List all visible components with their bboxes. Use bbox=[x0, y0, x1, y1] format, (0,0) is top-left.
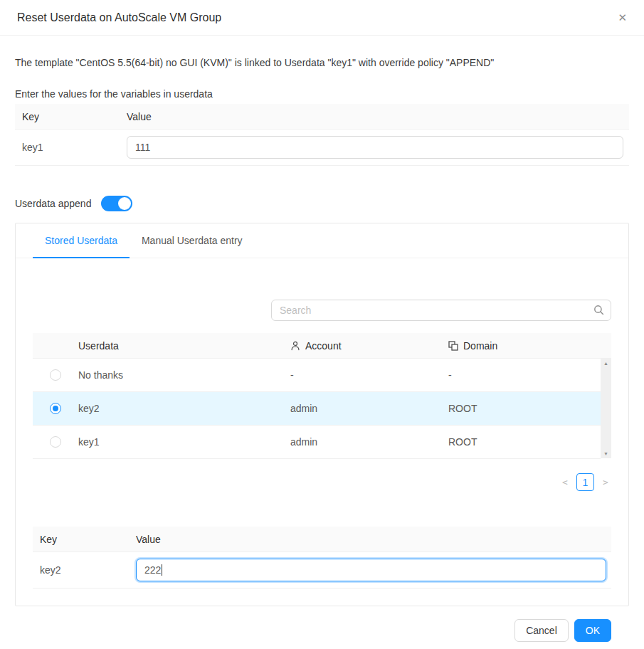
tab-stored-userdata[interactable]: Stored Userdata bbox=[33, 223, 130, 258]
variables-table-header: Key Value bbox=[15, 104, 629, 130]
value-column-header: Value bbox=[136, 534, 611, 545]
toggle-knob bbox=[118, 197, 131, 210]
scroll-down-icon[interactable]: ▼ bbox=[603, 451, 608, 456]
variable-value-input[interactable] bbox=[127, 136, 623, 159]
userdata-append-row: Userdata append bbox=[15, 196, 629, 211]
reset-userdata-modal: Reset Userdata on AutoScale VM Group ✕ T… bbox=[0, 0, 644, 649]
table-row: key2 222 bbox=[33, 552, 611, 589]
search-input[interactable] bbox=[271, 300, 611, 321]
stored-userdata-table-header: Userdata Account Domain bbox=[33, 333, 611, 359]
cancel-button[interactable]: Cancel bbox=[514, 619, 569, 642]
key-column-header: Key bbox=[15, 111, 127, 122]
template-link-info: The template "CentOS 5.5(64-bit) no GUI … bbox=[15, 57, 629, 68]
value-column-header: Value bbox=[127, 111, 629, 122]
stored-userdata-panel: Userdata Account Domain bbox=[16, 258, 628, 606]
table-row: key1 bbox=[15, 130, 629, 166]
account-column-header: Account bbox=[290, 340, 448, 352]
selected-userdata-kv-table: Key Value key2 222 bbox=[33, 527, 611, 589]
pagination-prev-icon[interactable]: < bbox=[559, 477, 571, 487]
modal-body: The template "CentOS 5.5(64-bit) no GUI … bbox=[0, 36, 644, 642]
table-row-key1[interactable]: key1 admin ROOT bbox=[33, 426, 601, 459]
kv-table-header: Key Value bbox=[33, 527, 611, 552]
scroll-up-icon[interactable]: ▲ bbox=[603, 361, 608, 366]
variables-section-label: Enter the values for the variables in us… bbox=[15, 88, 629, 100]
modal-title: Reset Userdata on AutoScale VM Group bbox=[17, 11, 221, 24]
stored-userdata-table: Userdata Account Domain bbox=[33, 333, 611, 459]
person-icon bbox=[290, 341, 300, 351]
userdata-append-label: Userdata append bbox=[15, 198, 91, 209]
userdata-column-header: Userdata bbox=[78, 340, 290, 352]
search-icon[interactable] bbox=[593, 305, 604, 315]
userdata-card: Stored Userdata Manual Userdata entry bbox=[15, 223, 629, 606]
radio-no-thanks[interactable] bbox=[50, 369, 61, 381]
userdata-append-toggle[interactable] bbox=[101, 196, 132, 211]
ok-button[interactable]: OK bbox=[574, 619, 611, 642]
radio-key2-checked[interactable] bbox=[50, 403, 61, 414]
search-box bbox=[271, 300, 611, 321]
tab-bar: Stored Userdata Manual Userdata entry bbox=[16, 223, 628, 258]
block-icon bbox=[448, 341, 458, 351]
variables-table: Key Value key1 bbox=[15, 104, 629, 166]
radio-key1[interactable] bbox=[50, 436, 61, 448]
modal-footer: Cancel OK bbox=[15, 619, 629, 642]
kv-key-label: key2 bbox=[33, 564, 136, 576]
close-icon[interactable]: ✕ bbox=[618, 12, 627, 23]
pagination: < 1 > bbox=[33, 473, 611, 491]
stored-userdata-table-body: No thanks - - key2 admin ROOT key1 bbox=[33, 359, 611, 459]
variable-key-label: key1 bbox=[15, 142, 127, 153]
modal-header: Reset Userdata on AutoScale VM Group ✕ bbox=[0, 0, 644, 36]
pagination-next-icon[interactable]: > bbox=[600, 477, 611, 487]
kv-value-input-focused[interactable]: 222 bbox=[136, 559, 606, 581]
table-row-no-thanks[interactable]: No thanks - - bbox=[33, 359, 601, 392]
pagination-page-1[interactable]: 1 bbox=[576, 473, 594, 491]
table-row-key2[interactable]: key2 admin ROOT bbox=[33, 392, 601, 426]
table-scrollbar[interactable]: ▲ ▼ bbox=[601, 359, 611, 458]
tab-manual-userdata-entry[interactable]: Manual Userdata entry bbox=[130, 223, 255, 258]
domain-column-header: Domain bbox=[448, 340, 611, 352]
text-caret bbox=[162, 564, 162, 576]
key-column-header: Key bbox=[33, 534, 136, 545]
